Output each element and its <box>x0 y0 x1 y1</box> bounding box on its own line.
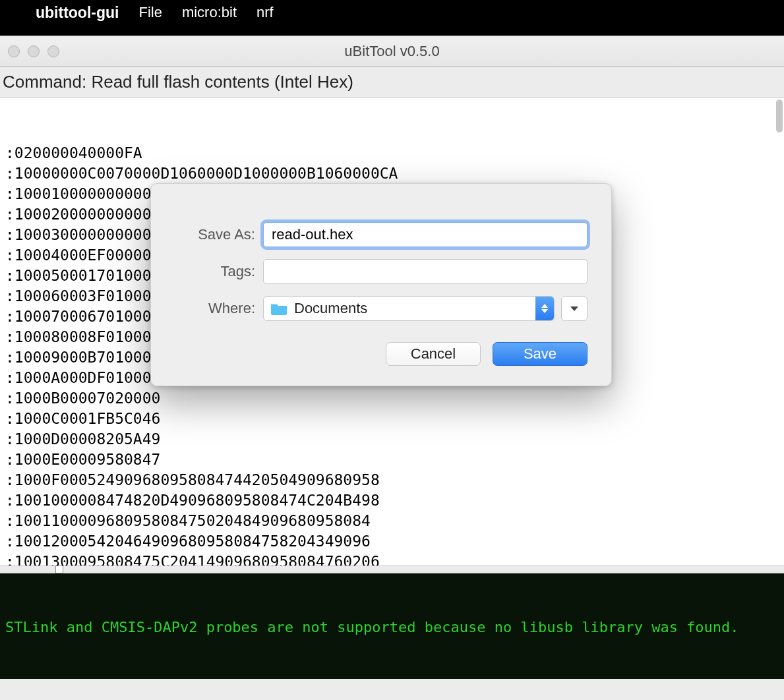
zoom-window-button[interactable] <box>47 45 59 57</box>
save-as-input[interactable] <box>263 222 588 247</box>
app-menu[interactable]: ubittool-gui <box>36 4 119 22</box>
command-text: Read full flash contents (Intel Hex) <box>91 72 353 92</box>
menu-microbit[interactable]: micro:bit <box>182 4 237 21</box>
menubar-shadow <box>0 25 784 36</box>
where-label: Where: <box>175 300 263 317</box>
menu-nrf[interactable]: nrf <box>256 4 274 21</box>
close-window-button[interactable] <box>8 45 20 57</box>
minimize-window-button[interactable] <box>28 45 40 57</box>
traffic-lights <box>8 45 59 57</box>
tags-input[interactable] <box>263 259 588 284</box>
save-as-label: Save As: <box>175 226 263 243</box>
save-dialog: Save As: Tags: Where: Documents Canc <box>150 183 612 386</box>
pane-splitter[interactable] <box>0 566 784 573</box>
folder-icon <box>270 302 287 315</box>
menu-file[interactable]: File <box>138 4 162 21</box>
where-popup[interactable]: Documents <box>263 296 555 321</box>
expand-dialog-button[interactable] <box>561 296 588 321</box>
scrollbar[interactable] <box>775 98 783 566</box>
macos-menubar: ubittool-gui File micro:bit nrf <box>0 0 784 25</box>
console-line: STLink and CMSIS-DAPv2 probes are not su… <box>5 678 779 679</box>
titlebar[interactable]: uBitTool v0.5.0 <box>0 36 784 67</box>
window-title: uBitTool v0.5.0 <box>0 43 784 60</box>
splitter-grip[interactable] <box>55 566 63 573</box>
cancel-button[interactable]: Cancel <box>386 342 481 366</box>
where-stepper-icon[interactable] <box>535 297 554 320</box>
command-prefix: Command: <box>3 72 91 92</box>
console-output[interactable]: STLink and CMSIS-DAPv2 probes are not su… <box>0 573 784 679</box>
console-line: STLink and CMSIS-DAPv2 probes are not su… <box>5 617 779 637</box>
scrollbar-thumb[interactable] <box>776 100 783 132</box>
chevron-down-icon <box>570 306 578 311</box>
command-header: Command: Read full flash contents (Intel… <box>0 67 784 98</box>
tags-label: Tags: <box>175 263 263 280</box>
where-value: Documents <box>294 300 367 317</box>
save-button[interactable]: Save <box>493 342 588 366</box>
